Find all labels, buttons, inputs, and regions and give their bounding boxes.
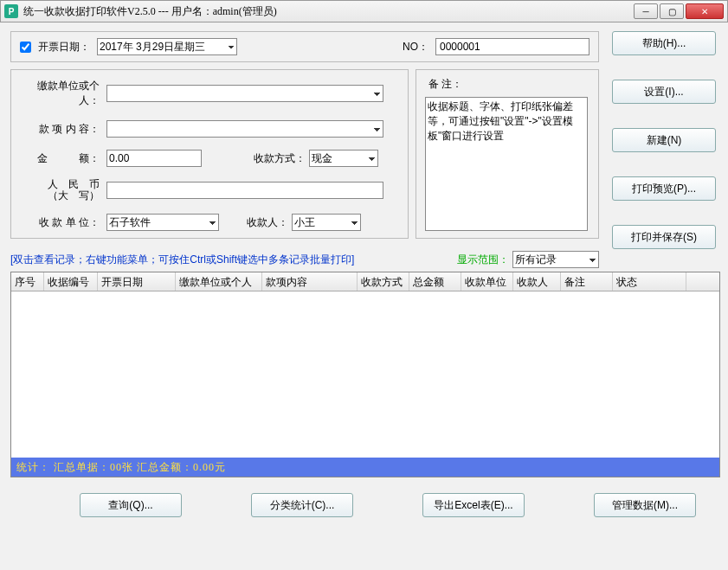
window-title: 统一收款收据打印软件V2.5.0 --- 用户名：admin(管理员) [23,4,634,19]
new-button[interactable]: 新建(N) [612,128,716,152]
form-panel: 缴款单位或个人： 款 项 内 容： 金 额： 收款方式： 现金 人 民 币（大 … [10,69,409,239]
query-button[interactable]: 查询(Q)... [80,493,182,517]
date-label: 开票日期： [38,40,90,54]
manage-button[interactable]: 管理数据(M)... [594,493,696,517]
column-header[interactable]: 缴款单位或个人 [176,272,262,291]
payee-select[interactable]: 小王 [292,214,361,231]
column-header[interactable]: 备注 [561,272,613,291]
range-label: 显示范围： [457,253,509,267]
column-header[interactable]: 状态 [613,272,686,291]
unit-select[interactable]: 石子软件 [106,214,219,231]
close-button[interactable]: ✕ [686,3,724,19]
top-panel: 开票日期： 2017年 3月29日星期三 NO： [10,31,599,62]
item-select[interactable] [106,120,383,138]
column-header[interactable]: 开票日期 [98,272,176,291]
no-input[interactable] [435,38,589,55]
no-label: NO： [403,40,428,54]
range-select[interactable]: 所有记录 [512,251,599,268]
help-button[interactable]: 帮助(H)... [612,31,716,55]
date-checkbox[interactable] [20,42,31,53]
column-header[interactable]: 收据编号 [44,272,98,291]
app-icon: P [4,4,18,18]
minimize-button[interactable]: ─ [634,3,658,19]
remark-textarea[interactable]: 收据标题、字体、打印纸张偏差等，可通过按钮"设置"->"设置模板"窗口进行设置 [425,97,588,231]
stats-button[interactable]: 分类统计(C)... [251,493,353,517]
remark-panel: 备 注： 收据标题、字体、打印纸张偏差等，可通过按钮"设置"->"设置模板"窗口… [416,69,599,239]
column-header[interactable]: 总金额 [409,272,461,291]
amount-label: 金 额： [22,151,106,166]
payer-label: 缴款单位或个人： [22,79,106,108]
export-button[interactable]: 导出Excel表(E)... [422,493,525,517]
hint-text: [双击查看记录；右键功能菜单；可按住Ctrl或Shift键选中多条记录批量打印] [10,253,354,267]
payer-select[interactable] [106,85,383,102]
title-bar: P 统一收款收据打印软件V2.5.0 --- 用户名：admin(管理员) ─ … [0,0,728,22]
rmb-input[interactable] [106,182,383,199]
column-header[interactable]: 收款方式 [358,272,409,291]
maximize-button[interactable]: ▢ [660,3,684,19]
summary-bar: 统计： 汇总单据：00张 汇总金额：0.00元 [11,458,719,477]
column-header[interactable]: 收款单位 [461,272,513,291]
paymethod-label: 收款方式： [254,151,306,166]
bottom-bar: 查询(Q)... 分类统计(C)... 导出Excel表(E)... 管理数据(… [10,493,718,517]
print-save-button[interactable]: 打印并保存(S) [612,225,716,249]
table-header: 序号收据编号开票日期缴款单位或个人款项内容收款方式总金额收款单位收款人备注状态 [11,272,719,291]
preview-button[interactable]: 打印预览(P)... [612,176,716,201]
payee-label: 收款人： [247,215,288,230]
rmb-label: 人 民 币（大 写） [22,179,106,202]
column-header[interactable]: 收款人 [513,272,561,291]
paymethod-select[interactable]: 现金 [309,150,378,167]
item-label: 款 项 内 容： [22,122,106,137]
amount-input[interactable] [106,150,202,167]
date-select[interactable]: 2017年 3月29日星期三 [97,38,237,55]
records-table[interactable]: 序号收据编号开票日期缴款单位或个人款项内容收款方式总金额收款单位收款人备注状态 … [10,272,720,477]
unit-label: 收 款 单 位： [22,215,106,230]
remark-label: 备 注： [428,77,589,92]
sidebar: 帮助(H)... 设置(I)... 新建(N) 打印预览(P)... 打印并保存… [612,31,716,249]
column-header[interactable]: 款项内容 [262,272,358,291]
column-header[interactable]: 序号 [11,272,44,291]
settings-button[interactable]: 设置(I)... [612,80,716,104]
